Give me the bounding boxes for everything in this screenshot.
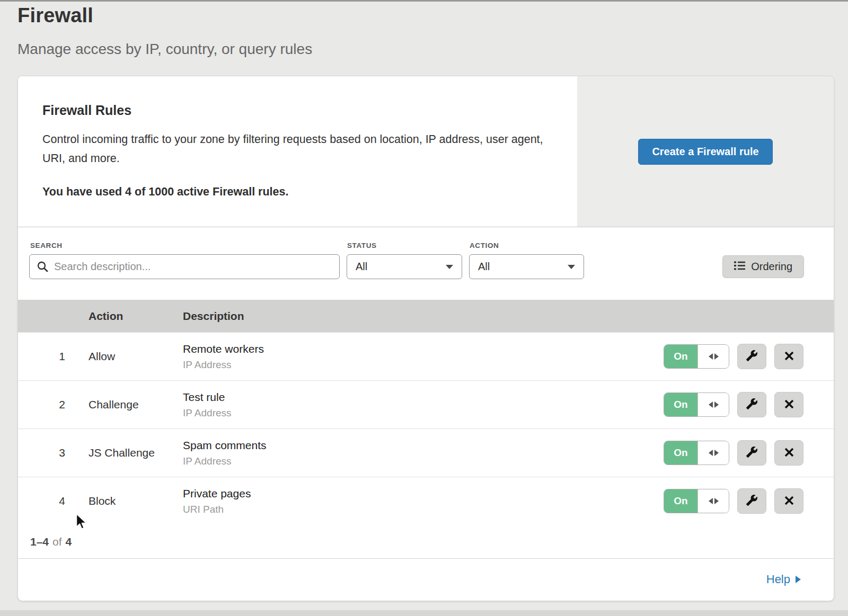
status-select[interactable]: All xyxy=(347,254,462,279)
wrench-icon xyxy=(746,494,758,508)
wrench-icon xyxy=(746,350,758,363)
rule-controls: On xyxy=(664,392,834,417)
toggle-on-label: On xyxy=(664,441,697,465)
table-row: 2 Challenge Test rule IP Address On xyxy=(18,380,834,428)
toggle-on-label: On xyxy=(664,345,697,368)
description-column-header: Description xyxy=(183,310,834,323)
hero-description: Control incoming traffic to your zone by… xyxy=(42,130,546,168)
toggle-handle xyxy=(697,393,729,416)
toggle-handle xyxy=(697,441,729,465)
edit-rule-button[interactable] xyxy=(737,344,766,369)
delete-rule-button[interactable] xyxy=(774,344,803,369)
help-link[interactable]: Help xyxy=(766,573,801,586)
action-column-header: Action xyxy=(89,310,183,323)
close-icon xyxy=(784,447,794,459)
wrench-icon xyxy=(746,398,758,412)
triangle-right-icon xyxy=(714,450,719,456)
screenshot-top-edge xyxy=(0,0,848,2)
rule-description: Private pages URI Path xyxy=(183,487,664,515)
chevron-down-icon xyxy=(446,265,453,269)
rule-controls: On xyxy=(664,440,834,466)
rule-controls: On xyxy=(664,344,834,369)
toggle-handle xyxy=(697,345,729,368)
search-label: SEARCH xyxy=(30,242,63,249)
triangle-right-icon xyxy=(714,498,719,504)
rule-description-title: Remote workers xyxy=(183,343,664,355)
rule-enabled-toggle[interactable]: On xyxy=(664,441,729,465)
rule-description-title: Spam comments xyxy=(183,439,664,452)
action-select[interactable]: All xyxy=(469,254,584,279)
rule-action: Allow xyxy=(89,350,183,363)
rule-priority: 3 xyxy=(18,447,89,459)
search-input[interactable] xyxy=(29,254,340,279)
triangle-right-icon xyxy=(714,401,719,408)
rule-description-title: Test rule xyxy=(183,391,664,404)
rule-enabled-toggle[interactable]: On xyxy=(664,392,729,417)
create-firewall-rule-button[interactable]: Create a Firewall rule xyxy=(638,139,772,165)
rule-priority: 1 xyxy=(18,350,89,363)
triangle-left-icon xyxy=(709,353,713,360)
rule-match-field: IP Address xyxy=(183,456,664,467)
help-link-label: Help xyxy=(766,573,790,586)
triangle-left-icon xyxy=(709,498,713,504)
action-select-value: All xyxy=(478,261,490,273)
toggle-on-label: On xyxy=(664,393,697,416)
hero-heading: Firewall Rules xyxy=(42,103,556,118)
close-icon xyxy=(784,399,794,411)
rules-usage-text: You have used 4 of 1000 active Firewall … xyxy=(42,185,556,199)
range-total: 4 xyxy=(66,535,72,548)
hero-section: Firewall Rules Control incoming traffic … xyxy=(18,76,834,227)
delete-rule-button[interactable] xyxy=(774,488,803,514)
rule-action: Block xyxy=(89,495,183,507)
toggle-on-label: On xyxy=(664,489,697,513)
rule-match-field: URI Path xyxy=(183,504,664,515)
table-row: 1 Allow Remote workers IP Address On xyxy=(18,332,834,380)
triangle-left-icon xyxy=(709,450,713,456)
search-icon xyxy=(37,261,49,275)
rule-controls: On xyxy=(664,488,834,514)
firewall-rules-card: Firewall Rules Control incoming traffic … xyxy=(17,76,834,601)
page-subtitle: Manage access by IP, country, or query r… xyxy=(17,41,312,58)
ordering-button-label: Ordering xyxy=(751,261,792,273)
edit-rule-button[interactable] xyxy=(737,392,766,417)
right-triangle-icon xyxy=(796,576,801,583)
edit-rule-button[interactable] xyxy=(737,488,766,514)
delete-rule-button[interactable] xyxy=(774,440,803,466)
rule-description: Test rule IP Address xyxy=(183,391,664,419)
hero-text: Firewall Rules Control incoming traffic … xyxy=(18,76,577,227)
action-label: ACTION xyxy=(470,242,499,249)
rule-enabled-toggle[interactable]: On xyxy=(664,489,729,513)
rule-enabled-toggle[interactable]: On xyxy=(664,344,729,369)
ordering-button[interactable]: Ordering xyxy=(722,255,804,278)
search-field-wrap xyxy=(29,254,340,279)
rule-description: Spam comments IP Address xyxy=(183,439,664,467)
rule-priority: 2 xyxy=(18,398,89,411)
triangle-right-icon xyxy=(714,353,719,360)
edit-rule-button[interactable] xyxy=(737,440,766,466)
triangle-left-icon xyxy=(709,401,713,408)
status-select-value: All xyxy=(356,261,367,273)
rule-action: Challenge xyxy=(89,398,183,411)
page-title: Firewall xyxy=(17,4,312,27)
wrench-icon xyxy=(746,446,758,460)
rule-match-field: IP Address xyxy=(183,407,664,419)
table-header: Action Description xyxy=(18,300,834,332)
range-of-text: of xyxy=(52,535,62,548)
help-row: Help xyxy=(18,558,834,600)
close-icon xyxy=(784,495,794,507)
range-text: 1–4 xyxy=(30,535,49,548)
rule-match-field: IP Address xyxy=(183,359,664,371)
pagination-range: 1–4 of 4 xyxy=(18,525,834,558)
chevron-down-icon xyxy=(568,265,575,269)
hero-action-panel: Create a Firewall rule xyxy=(577,76,834,227)
table-row: 3 JS Challenge Spam comments IP Address … xyxy=(18,428,834,477)
close-icon xyxy=(784,351,794,363)
filters-bar: SEARCH STATUS All ACTION All Ordering xyxy=(18,227,834,300)
rule-priority: 4 xyxy=(18,495,89,507)
delete-rule-button[interactable] xyxy=(774,392,803,417)
rule-description: Remote workers IP Address xyxy=(183,343,664,371)
list-icon xyxy=(734,261,745,273)
status-label: STATUS xyxy=(347,242,377,249)
page-header: Firewall Manage access by IP, country, o… xyxy=(17,4,312,58)
screenshot-bottom-edge xyxy=(0,610,848,616)
